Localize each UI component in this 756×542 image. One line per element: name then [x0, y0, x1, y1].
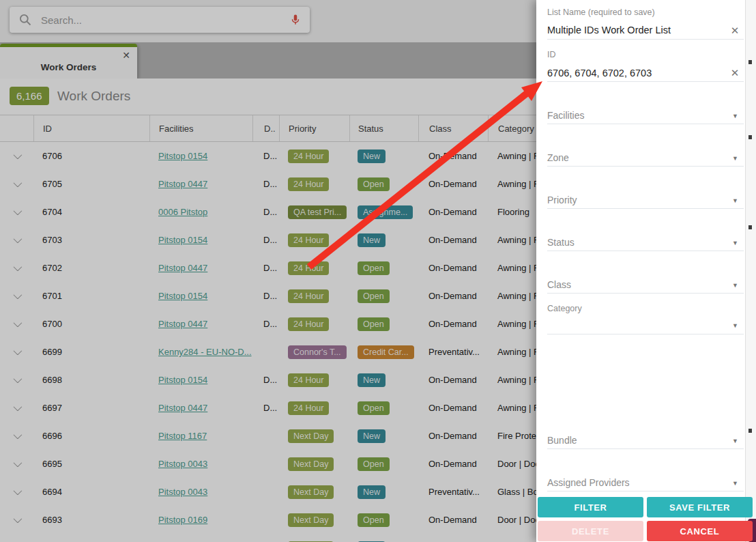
delete-button[interactable]: DELETE: [538, 521, 643, 541]
id-filter-clear-icon[interactable]: ✕: [728, 67, 742, 79]
category-dropdown[interactable]: ▼: [732, 322, 738, 329]
cancel-button[interactable]: CANCEL: [647, 521, 753, 541]
save-filter-button[interactable]: SAVE FILTER: [647, 497, 753, 517]
chevron-down-icon[interactable]: ▼: [732, 197, 738, 204]
list-name-input[interactable]: Multiple IDs Work Order List: [547, 25, 671, 35]
chevron-down-icon[interactable]: ▼: [732, 240, 738, 246]
drawer-scrollbar-track[interactable]: [745, 0, 756, 542]
chevron-down-icon[interactable]: ▼: [732, 480, 738, 487]
priority-dropdown[interactable]: Priority: [547, 195, 577, 205]
list-name-label: List Name (required to save): [547, 8, 655, 17]
status-dropdown[interactable]: Status: [547, 237, 575, 248]
zone-dropdown[interactable]: Zone: [547, 152, 569, 163]
chevron-down-icon[interactable]: ▼: [732, 113, 738, 119]
class-dropdown[interactable]: Class: [547, 279, 571, 290]
chevron-down-icon[interactable]: ▼: [732, 438, 738, 444]
facilities-dropdown[interactable]: Facilities: [547, 110, 584, 121]
chevron-down-icon[interactable]: ▼: [732, 155, 738, 162]
id-filter-input[interactable]: 6706, 6704, 6702, 6703: [547, 68, 652, 79]
filter-drawer: List Name (required to save) Multiple ID…: [536, 0, 756, 542]
list-name-clear-icon[interactable]: ✕: [728, 25, 742, 37]
chevron-down-icon[interactable]: ▼: [732, 282, 738, 289]
id-filter-label: ID: [547, 50, 556, 59]
category-dropdown-label: Category: [547, 304, 582, 313]
bundle-dropdown[interactable]: Bundle: [547, 435, 577, 446]
filter-button[interactable]: FILTER: [538, 497, 643, 517]
assigned-providers-dropdown[interactable]: Assigned Providers: [547, 477, 630, 488]
